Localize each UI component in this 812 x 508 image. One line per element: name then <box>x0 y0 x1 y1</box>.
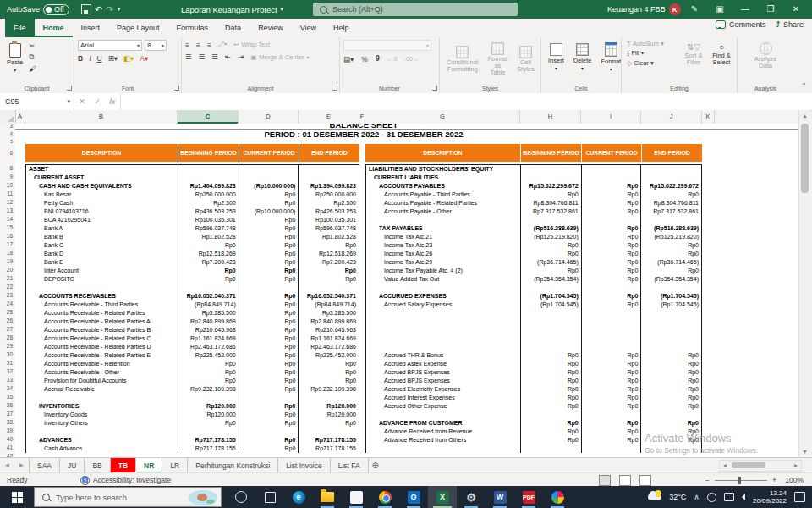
table-row[interactable]: Accounts Receivable - Related Parties AR… <box>26 318 359 326</box>
row-header-20[interactable]: 20 <box>7 266 13 274</box>
number-format-select[interactable]: ▾ <box>343 40 431 51</box>
table-row[interactable]: CURRENT ASSET <box>26 174 359 182</box>
row-header-27[interactable]: 27 <box>7 325 13 334</box>
underline-button[interactable]: U <box>97 54 102 63</box>
row-header-9[interactable]: 9 <box>9 173 13 181</box>
scroll-down-icon[interactable]: ▼ <box>799 446 810 457</box>
table-row[interactable]: ACCURUED EXPENSES(Rp1.704.545)Rp0(Rp1.70… <box>366 292 701 301</box>
row-header-29[interactable]: 29 <box>7 342 13 351</box>
font-size-select[interactable]: 8▾ <box>145 40 167 51</box>
table-row[interactable]: Bank BRp1.802.528Rp0Rp1.802.528 <box>26 233 359 241</box>
row-header-36[interactable]: 36 <box>7 401 13 410</box>
row-header-8[interactable]: 8 <box>9 164 13 173</box>
copy-icon[interactable]: ⧉ <box>29 52 36 62</box>
tab-scroll-right-icon[interactable]: ► <box>14 458 29 473</box>
scroll-left-icon[interactable]: ◄ <box>720 461 730 471</box>
table-row[interactable]: INVENTORIESRp120.000Rp0Rp120.000 <box>26 402 359 411</box>
sheet-tab-perhitungan-konstruksi[interactable]: Perhitungan Konstruksi <box>188 458 278 473</box>
row-header-23[interactable]: 23 <box>7 291 13 300</box>
decrease-indent-icon[interactable]: ⇤ <box>225 52 231 61</box>
format-as-table-button[interactable]: Format as Table <box>485 40 512 76</box>
table-row[interactable]: Inventory GoodsRp120.000Rp0Rp120.000 <box>26 411 359 419</box>
table-row[interactable]: ACCOUNTS PAYABLESRp15.622.299.672Rp0Rp15… <box>366 182 701 190</box>
taskbar-settings-icon[interactable]: ⚙ <box>457 486 486 508</box>
comments-button[interactable]: Comments <box>716 20 766 29</box>
scroll-up-icon[interactable]: ▲ <box>799 110 810 121</box>
ribbon-tab-review[interactable]: Review <box>250 19 292 37</box>
table-row[interactable]: Accrued Astek ExpenseRp0Rp0Rp0 <box>366 360 701 368</box>
find-select-button[interactable]: ○Find & Select <box>706 40 737 66</box>
scroll-right-icon[interactable]: ► <box>791 461 801 471</box>
align-top-icon[interactable]: ≡ <box>185 41 189 49</box>
percent-style-icon[interactable]: % <box>361 55 368 64</box>
taskbar-task-view-icon[interactable] <box>255 486 284 508</box>
hidden-icons-chevron-icon[interactable]: ∧ <box>694 493 700 501</box>
taskbar-excel-icon[interactable]: X <box>428 486 457 508</box>
row-header-3[interactable]: 3 <box>9 122 13 130</box>
sheet-tab-nr[interactable]: NR <box>136 458 162 473</box>
temperature-label[interactable]: 32°C <box>669 493 686 501</box>
table-row[interactable] <box>26 428 359 436</box>
borders-icon[interactable]: ⊞▾ <box>108 54 118 63</box>
table-row[interactable]: DEPOSITORp0Rp0Rp0 <box>26 275 359 284</box>
ribbon-tab-view[interactable]: View <box>292 19 325 37</box>
row-header-16[interactable]: 16 <box>7 232 13 240</box>
table-row[interactable]: Income Tax Atc.23Rp0Rp0Rp0 <box>366 241 701 250</box>
table-row[interactable]: TAX PAYABLES(Rp516.288.639)Rp0(Rp516.288… <box>366 224 701 233</box>
zoom-level[interactable]: 100% <box>785 473 804 487</box>
row-header-14[interactable]: 14 <box>7 215 13 224</box>
table-row[interactable]: Kas BesarRp250.000.000Rp0Rp250.000.000 <box>26 190 359 199</box>
cancel-icon[interactable]: ✕ <box>74 97 90 106</box>
horizontal-scroll-thumb[interactable] <box>732 462 765 468</box>
merge-center-button[interactable]: ▣Merge & Center▾ <box>250 53 309 61</box>
search-box[interactable]: Search (Alt+Q) <box>313 3 518 16</box>
table-row[interactable]: Inter AccountRp0Rp0Rp0 <box>26 267 359 275</box>
table-row[interactable]: Accounts Receivable - OtherRp0Rp0Rp0 <box>26 368 359 377</box>
table-row[interactable]: Income Tax Atc.26Rp0Rp0Rp0 <box>366 250 701 258</box>
row-header-39[interactable]: 39 <box>7 427 13 435</box>
row-header-22[interactable]: 22 <box>7 283 13 291</box>
table-row[interactable]: Accounts Receivable - Related Parties CR… <box>26 334 359 343</box>
bold-button[interactable]: B <box>78 54 83 63</box>
column-header-c[interactable]: C <box>178 110 239 124</box>
table-row[interactable]: Accrued Interest ExpensesRp0Rp0Rp0 <box>366 394 701 402</box>
share-button[interactable]: ⤴ Share <box>776 20 804 29</box>
taskbar-outlook-icon[interactable]: O <box>399 486 428 508</box>
table-row[interactable]: CURRENT LIABILITIES <box>366 174 701 182</box>
insert-function-icon[interactable]: fx <box>105 97 120 106</box>
delete-cells-button[interactable]: Delete▾ <box>570 41 595 71</box>
taskbar-cortana-icon[interactable] <box>227 486 255 508</box>
table-row[interactable]: Accrued Electricity ExpensesRp0Rp0Rp0 <box>366 385 701 394</box>
table-row[interactable]: Accounts Receivable - Related PartiesRp3… <box>26 309 359 318</box>
font-name-select[interactable]: Arial▾ <box>78 40 142 51</box>
font-dialog-launcher-icon[interactable] <box>174 86 179 91</box>
save-icon[interactable] <box>81 4 91 14</box>
table-row[interactable]: Bank ARp596.037.748Rp0Rp596.037.748 <box>26 224 359 233</box>
row-header-21[interactable]: 21 <box>7 274 13 283</box>
vertical-scroll-thumb[interactable] <box>801 124 809 193</box>
editing-mode-icon[interactable]: ✎ <box>682 0 707 19</box>
formula-input[interactable] <box>120 93 812 110</box>
ribbon-tab-data[interactable]: Data <box>217 19 250 37</box>
avatar[interactable]: K <box>669 3 681 15</box>
cut-icon[interactable]: ✂ <box>29 41 36 50</box>
table-row[interactable]: Petty CashRp2.300Rp0Rp2.300 <box>26 199 359 207</box>
table-row[interactable]: BCA 4210295041Rp100.035.301Rp0Rp100.035.… <box>26 216 359 224</box>
undo-icon[interactable]: ↶ <box>95 0 102 19</box>
ribbon-tab-insert[interactable]: Insert <box>73 19 109 37</box>
new-sheet-icon[interactable]: ⊕ <box>369 458 382 473</box>
taskbar-search[interactable]: Type here to search <box>34 487 222 507</box>
row-header-15[interactable]: 15 <box>7 224 13 232</box>
collapse-ribbon-icon[interactable]: ⌃ <box>801 82 807 90</box>
row-header-40[interactable]: 40 <box>7 435 13 444</box>
ribbon-tab-file[interactable]: File <box>5 19 35 37</box>
row-header-37[interactable]: 37 <box>7 410 13 418</box>
table-row[interactable]: Income Tax Payable Atc. 4 (2)Rp0Rp0Rp0 <box>366 267 701 275</box>
taskbar-sticky-notes-icon[interactable] <box>342 486 370 508</box>
clipboard-dialog-launcher-icon[interactable] <box>67 86 72 91</box>
column-header-h[interactable]: H <box>520 110 581 124</box>
table-row[interactable]: Income Tax Atc.21(Rp125.219.820)Rp0(Rp12… <box>366 233 701 241</box>
table-row[interactable]: Accounts Payable - Third PartiesRp0Rp0Rp… <box>366 190 701 199</box>
column-header-i[interactable]: I <box>581 110 641 124</box>
row-header-26[interactable]: 26 <box>7 317 13 325</box>
